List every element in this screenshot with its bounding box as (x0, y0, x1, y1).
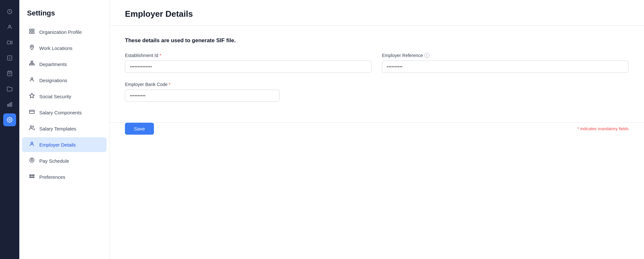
establishment-id-label: Establishment Id * (125, 53, 372, 58)
nav-icon-bag[interactable] (3, 67, 16, 80)
sidebar-item-pay-schedule[interactable]: Pay Schedule (22, 153, 107, 168)
sidebar-label-work-locations: Work Locations (39, 45, 72, 51)
svg-rect-10 (33, 29, 34, 31)
svg-point-27 (31, 159, 33, 161)
organization-profile-icon (28, 28, 35, 35)
sidebar-label-social-security: Social Security (39, 94, 71, 99)
nav-sidebar: Settings Organization Profile Work Locat… (19, 0, 109, 259)
main-content: Employer Details These details are used … (109, 0, 644, 259)
pay-schedule-icon (28, 157, 35, 164)
nav-icon-check[interactable] (3, 52, 16, 64)
nav-icon-person[interactable] (3, 21, 16, 34)
nav-icon-folder[interactable] (3, 82, 16, 95)
svg-rect-7 (11, 102, 12, 106)
sidebar-label-salary-templates: Salary Templates (39, 126, 76, 131)
employer-reference-group: Employer Reference i (382, 53, 629, 73)
sidebar-item-salary-templates[interactable]: Salary Templates (22, 121, 107, 136)
establishment-id-input[interactable] (125, 61, 372, 73)
nav-icon-clock[interactable] (3, 5, 16, 18)
social-security-icon (28, 93, 35, 100)
svg-point-8 (9, 119, 11, 121)
form-footer: Save * indicates mandatory fields (109, 123, 644, 146)
save-button[interactable]: Save (125, 123, 154, 135)
svg-point-25 (31, 142, 33, 144)
svg-rect-22 (30, 110, 34, 114)
designations-icon (28, 77, 35, 84)
sidebar-item-designations[interactable]: Designations (22, 73, 107, 88)
establishment-id-group: Establishment Id * (125, 53, 372, 73)
svg-rect-14 (31, 61, 33, 62)
employer-bank-code-input[interactable] (125, 90, 279, 102)
establishment-id-required: * (160, 53, 161, 58)
svg-rect-6 (9, 103, 10, 106)
svg-rect-5 (7, 104, 8, 106)
sidebar-item-departments[interactable]: Departments (22, 57, 107, 72)
sidebar-label-pay-schedule: Pay Schedule (39, 158, 69, 164)
employer-reference-info-icon[interactable]: i (424, 53, 430, 58)
page-title: Employer Details (125, 9, 629, 19)
svg-point-1 (9, 25, 11, 27)
empty-group (382, 82, 629, 102)
sidebar-label-designations: Designations (39, 78, 67, 83)
preferences-icon (28, 173, 35, 180)
sidebar-item-social-security[interactable]: Social Security (22, 89, 107, 104)
sidebar-item-work-locations[interactable]: Work Locations (22, 41, 107, 55)
sidebar-item-preferences[interactable]: Preferences (22, 169, 107, 184)
employer-bank-code-label: Employer Bank Code * (125, 82, 372, 87)
salary-components-icon (28, 109, 35, 116)
sidebar-item-employer-details[interactable]: Employer Details (22, 137, 107, 152)
employer-bank-code-required: * (169, 82, 170, 87)
svg-rect-9 (30, 29, 31, 31)
icon-sidebar (0, 0, 19, 259)
employer-details-icon (28, 141, 35, 148)
svg-rect-16 (33, 64, 34, 65)
form-row-1: Establishment Id * Employer Reference i (125, 53, 629, 73)
nav-icon-video[interactable] (3, 36, 16, 49)
sidebar-item-salary-components[interactable]: Salary Components (22, 105, 107, 120)
svg-rect-2 (7, 41, 11, 44)
sidebar-label-preferences: Preferences (39, 174, 65, 180)
sidebar-label-departments: Departments (39, 62, 67, 67)
work-locations-icon (28, 44, 35, 52)
mandatory-note: * indicates mandatory fields (577, 126, 629, 131)
form-section: These details are used to generate SIF f… (109, 26, 644, 122)
departments-icon (28, 61, 35, 68)
employer-reference-input[interactable] (382, 61, 629, 73)
nav-icon-chart[interactable] (3, 98, 16, 111)
settings-title: Settings (19, 6, 109, 24)
form-row-2: Employer Bank Code * (125, 82, 629, 102)
sidebar-item-organization-profile[interactable]: Organization Profile (22, 24, 107, 39)
svg-rect-15 (30, 64, 32, 65)
employer-bank-code-group: Employer Bank Code * (125, 82, 372, 102)
salary-templates-icon (28, 125, 35, 132)
sidebar-label-employer-details: Employer Details (39, 142, 76, 148)
sidebar-label-salary-components: Salary Components (39, 110, 82, 115)
page-header: Employer Details (109, 0, 644, 26)
svg-point-13 (31, 46, 33, 47)
svg-rect-11 (30, 32, 31, 34)
svg-point-21 (31, 78, 33, 80)
nav-icon-settings[interactable] (3, 113, 16, 126)
sidebar-label-organization-profile: Organization Profile (39, 29, 82, 35)
svg-point-24 (30, 126, 32, 128)
form-description: These details are used to generate SIF f… (125, 37, 629, 44)
svg-rect-12 (33, 32, 34, 34)
employer-reference-label: Employer Reference i (382, 53, 629, 58)
